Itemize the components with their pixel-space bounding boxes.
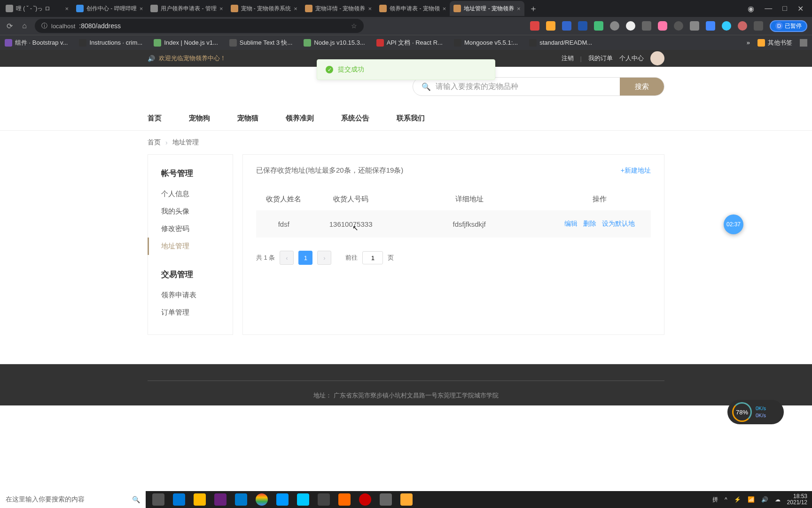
ext-icon-4[interactable]	[578, 21, 587, 31]
ext-icon-11[interactable]	[706, 21, 715, 31]
wifi-icon[interactable]: 📶	[748, 496, 755, 503]
ext-icon-13[interactable]	[738, 21, 747, 31]
shield2-icon[interactable]	[297, 493, 309, 506]
ext-icon-3[interactable]	[562, 21, 571, 31]
extensions-puzzle-icon[interactable]	[754, 21, 763, 31]
search-input[interactable]: 🔍 请输入要搜索的宠物品种	[413, 78, 620, 95]
bookmark-item[interactable]: API 文档 · React R...	[376, 39, 443, 47]
sidebar-item[interactable]: 地址管理	[148, 238, 233, 255]
browser-tab[interactable]: 地址管理 - 宠物领养×	[450, 1, 524, 16]
browser-tab[interactable]: 创作中心 - 哔哩哔哩×	[72, 1, 147, 16]
close-icon[interactable]: ×	[65, 5, 69, 12]
vscode-icon[interactable]	[235, 493, 247, 506]
new-address-button[interactable]: +新建地址	[621, 167, 651, 175]
new-tab-button[interactable]: ＋	[524, 3, 542, 14]
clock-date[interactable]: 2021/12	[787, 500, 807, 506]
sidebar-item[interactable]: 个人信息	[148, 185, 233, 203]
nav-item[interactable]: 领养准则	[286, 106, 314, 130]
tray-chevron-icon[interactable]: ^	[725, 496, 727, 503]
browser-tab[interactable]: 宠物 - 宠物领养系统×	[227, 1, 301, 16]
nav-item[interactable]: 宠物狗	[189, 106, 210, 130]
sidebar-item[interactable]: 领养申请表	[148, 286, 233, 304]
app8-icon[interactable]	[400, 493, 413, 506]
ext-icon-9[interactable]	[658, 21, 667, 31]
ext-icon-2[interactable]	[546, 21, 555, 31]
ext-icon-6[interactable]	[610, 21, 619, 31]
edit-link[interactable]: 编辑	[564, 220, 578, 228]
browser-tab[interactable]: 用户领养申请表 - 管理×	[147, 1, 226, 16]
nav-item[interactable]: 宠物猫	[237, 106, 258, 130]
close-window-icon[interactable]: ✕	[797, 4, 804, 13]
bookmark-item[interactable]: Instructions · crim...	[79, 39, 142, 47]
close-icon[interactable]: ×	[140, 5, 143, 12]
task-view-icon[interactable]	[152, 493, 164, 506]
bookmark-item[interactable]: Node.js v10.15.3...	[304, 39, 365, 47]
bookmark-icon[interactable]	[690, 21, 699, 31]
close-icon[interactable]: ×	[368, 5, 372, 12]
avatar[interactable]	[650, 51, 664, 65]
star-icon[interactable]: ☆	[351, 22, 357, 30]
app4-icon[interactable]	[318, 493, 330, 506]
search-button[interactable]: 搜索	[620, 78, 664, 95]
my-orders-link[interactable]: 我的订单	[588, 54, 613, 63]
bookmarks-overflow-icon[interactable]: »	[747, 39, 750, 46]
app7-icon[interactable]	[380, 493, 392, 506]
minimize-icon[interactable]: —	[765, 4, 772, 13]
timer-badge[interactable]: 02:37	[724, 214, 743, 234]
sidebar-item[interactable]: 我的头像	[148, 203, 233, 220]
other-bookmarks[interactable]: 其他书签	[757, 39, 792, 47]
onedrive-icon[interactable]: ☁	[775, 496, 781, 503]
page-number-1[interactable]: 1	[298, 251, 312, 265]
bookmark-item[interactable]: 组件 · Bootstrap v...	[5, 39, 68, 47]
reading-list-icon[interactable]	[800, 39, 807, 47]
netease-icon[interactable]	[359, 493, 371, 506]
nav-item[interactable]: 首页	[148, 106, 162, 130]
close-icon[interactable]: ×	[517, 5, 521, 12]
ext-icon-10[interactable]	[674, 21, 683, 31]
bookmark-item[interactable]: Sublime Text 3 快...	[229, 39, 292, 47]
ext-icon-8[interactable]	[642, 21, 651, 31]
volume-icon[interactable]: 🔊	[761, 496, 768, 503]
chrome-icon[interactable]	[256, 493, 268, 506]
vs-icon[interactable]	[214, 493, 226, 506]
logout-link[interactable]: 注销	[562, 54, 574, 63]
debug-pause-button[interactable]: D已暂停	[770, 20, 807, 32]
charging-icon[interactable]: ⚡	[734, 496, 741, 503]
home-icon[interactable]: ⌂	[20, 21, 29, 31]
sidebar-item[interactable]: 修改密码	[148, 220, 233, 238]
bookmark-item[interactable]: Index | Node.js v1...	[154, 39, 218, 47]
ext-icon-1[interactable]	[530, 21, 539, 31]
profile-link[interactable]: 个人中心	[619, 54, 644, 63]
maximize-icon[interactable]: □	[782, 4, 787, 13]
page-next-button[interactable]: ›	[317, 251, 331, 265]
close-icon[interactable]: ×	[219, 5, 223, 12]
ext-icon-12[interactable]	[722, 21, 731, 31]
jump-input[interactable]	[362, 251, 383, 264]
explorer-icon[interactable]	[194, 493, 206, 506]
breadcrumb-home[interactable]: 首页	[148, 138, 161, 147]
nav-item[interactable]: 联系我们	[397, 106, 425, 130]
browser-tab[interactable]: 领养申请表 - 宠物领×	[375, 1, 450, 16]
shield1-icon[interactable]	[276, 493, 289, 506]
vue-devtools-icon[interactable]	[594, 21, 603, 31]
set-default-link[interactable]: 设为默认地	[602, 220, 635, 228]
record-icon[interactable]: ◉	[748, 4, 754, 13]
bookmark-item[interactable]: Mongoose v5.5.1:...	[454, 39, 518, 47]
sidebar-item[interactable]: 订单管理	[148, 304, 233, 321]
close-icon[interactable]: ×	[443, 5, 446, 12]
nav-item[interactable]: 系统公告	[341, 106, 369, 130]
bookmark-item[interactable]: standard/READM...	[529, 39, 592, 47]
ext-icon-7[interactable]	[626, 21, 635, 31]
delete-link[interactable]: 删除	[583, 220, 596, 228]
ime-indicator[interactable]: 拼	[712, 496, 718, 504]
close-icon[interactable]: ×	[294, 5, 297, 12]
browser-tab[interactable]: 宠物详情 - 宠物领养×	[301, 1, 375, 16]
speed-widget[interactable]: 78% 0K/s 0K/s	[727, 400, 784, 424]
app5-icon[interactable]	[338, 493, 351, 506]
windows-search[interactable]: 在这里输入你要搜索的内容 🔍	[0, 491, 146, 508]
page-prev-button[interactable]: ‹	[280, 251, 294, 265]
reload-icon[interactable]: ⟳	[5, 21, 14, 31]
edge-icon[interactable]	[173, 493, 185, 506]
browser-tab[interactable]: 哩 ( ˘ - ˘)っ ロ×	[2, 1, 72, 16]
url-input[interactable]: ⓘ localhost:8080/address ☆	[35, 19, 364, 33]
